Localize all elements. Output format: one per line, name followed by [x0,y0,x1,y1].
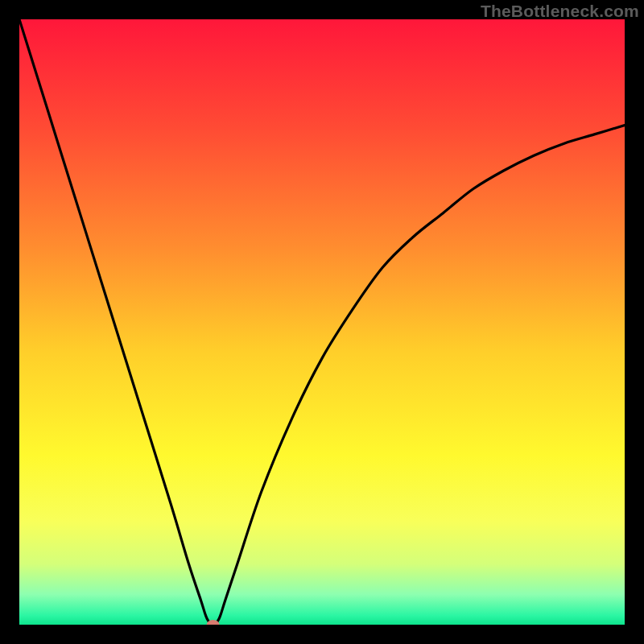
bottleneck-chart [19,19,625,625]
gradient-background [19,19,625,625]
chart-frame [19,19,625,625]
watermark-text: TheBottleneck.com [481,2,639,21]
